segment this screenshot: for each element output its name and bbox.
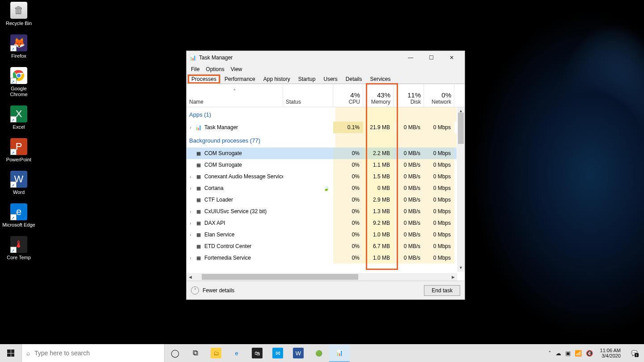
process-row[interactable]: › ▦ Cortana 🍃 0% 0 MB 0 MB/s 0 Mbps <box>186 182 457 194</box>
expand-icon[interactable]: › <box>186 125 195 130</box>
cell-disk: 0 MB/s <box>394 147 424 159</box>
expand-icon[interactable]: › <box>186 221 195 226</box>
cortana-button[interactable]: ◯ <box>165 344 185 362</box>
taskbar-app-chrome[interactable]: 🟢 <box>309 344 329 362</box>
tray-battery-icon[interactable]: ▣ <box>565 350 571 357</box>
cell-memory: 2.2 MB <box>363 147 394 159</box>
cell-network: 0 Mbps <box>424 159 454 171</box>
column-name[interactable]: ˄ Name <box>186 84 283 107</box>
column-network[interactable]: 0% Network <box>424 84 454 107</box>
desktop-icon-core-temp[interactable]: 🌡↗ Core Temp <box>2 236 36 261</box>
expand-icon[interactable]: › <box>186 174 195 179</box>
scroll-thumb[interactable] <box>458 113 464 144</box>
horizontal-scrollbar[interactable]: ◀ ▶ <box>186 273 457 281</box>
scroll-right-icon[interactable]: ▶ <box>449 275 457 279</box>
tab-services[interactable]: Services <box>366 74 395 84</box>
tab-app-history[interactable]: App history <box>259 74 294 84</box>
expand-icon[interactable]: › <box>186 186 195 191</box>
desktop-icon-recycle-bin[interactable]: 🗑 Recycle Bin <box>2 2 36 26</box>
tab-details[interactable]: Details <box>342 74 366 84</box>
taskbar-app-edge[interactable]: e <box>226 344 247 362</box>
cell-network: 0 Mbps <box>424 229 454 240</box>
minimize-button[interactable]: ― <box>400 51 421 64</box>
column-cpu[interactable]: 4% CPU <box>333 84 363 107</box>
process-row[interactable]: ▦ ETD Control Center 0% 6.7 MB 0 MB/s 0 … <box>186 240 457 252</box>
menu-view[interactable]: View <box>228 65 245 73</box>
scroll-down-icon[interactable]: ▼ <box>457 264 465 272</box>
process-row[interactable]: ▦ COM Surrogate 0% 1.1 MB 0 MB/s 0 Mbps <box>186 159 457 171</box>
start-button[interactable] <box>0 344 21 362</box>
task-manager-window: 📊 Task Manager ― ☐ ✕ File Options View P… <box>186 51 465 300</box>
process-icon: ▦ <box>195 243 203 250</box>
expand-icon[interactable]: › <box>186 256 195 261</box>
search-input[interactable] <box>34 349 164 357</box>
process-row[interactable]: › ▦ Fortemedia Service 0% 1.0 MB 0 MB/s … <box>186 252 457 264</box>
edge-icon: e↗ <box>10 203 27 220</box>
process-row[interactable]: › ▦ DAX API 0% 9.2 MB 0 MB/s 0 Mbps <box>186 217 457 229</box>
column-disk[interactable]: 11% Disk <box>394 84 424 107</box>
scroll-thumb-h[interactable] <box>202 274 358 280</box>
cell-network: 0 Mbps <box>424 147 454 159</box>
process-name: Task Manager <box>204 124 283 130</box>
chrome-icon: ↗ <box>10 67 27 84</box>
cell-memory: 9.2 MB <box>363 217 394 229</box>
desktop-icon-edge[interactable]: e↗ Microsoft Edge <box>2 203 36 228</box>
end-task-button[interactable]: End task <box>424 285 460 296</box>
fewer-details-button[interactable]: ˄ Fewer details <box>191 286 234 295</box>
taskbar-search[interactable]: ⌕ <box>21 344 165 362</box>
taskbar-app-store[interactable]: 🛍 <box>247 344 267 362</box>
system-tray[interactable]: ˄ ☁ ▣ 📶 🔇 <box>545 350 597 357</box>
tray-onedrive-icon[interactable]: ☁ <box>555 350 561 357</box>
cell-cpu: 0% <box>333 194 363 206</box>
tab-strip: Processes Performance App history Startu… <box>186 74 465 84</box>
cell-disk: 0 MB/s <box>394 229 424 240</box>
process-row[interactable]: › ▦ Elan Service 0% 1.0 MB 0 MB/s 0 Mbps <box>186 229 457 240</box>
tab-startup[interactable]: Startup <box>294 74 320 84</box>
desktop-icon-firefox[interactable]: 🦊↗ Firefox <box>2 34 36 59</box>
taskbar-app-word[interactable]: W <box>288 344 309 362</box>
close-button[interactable]: ✕ <box>441 51 462 64</box>
taskbar-app-explorer[interactable]: 🗂 <box>206 344 226 362</box>
scroll-left-icon[interactable]: ◀ <box>186 275 194 279</box>
cell-disk: 0 MB/s <box>394 159 424 171</box>
task-view-button[interactable]: ⧉ <box>185 344 206 362</box>
windows-logo-icon <box>7 349 14 357</box>
taskbar-app-mail[interactable]: ✉ <box>267 344 288 362</box>
tray-wifi-icon[interactable]: 📶 <box>575 350 582 357</box>
column-status[interactable]: Status <box>283 84 333 107</box>
process-name: Fortemedia Service <box>204 255 283 261</box>
cell-memory: 1.0 MB <box>363 229 394 240</box>
titlebar[interactable]: 📊 Task Manager ― ☐ ✕ <box>186 51 465 64</box>
taskbar-clock[interactable]: 11:06 AM 3/4/2020 <box>597 348 624 358</box>
process-row[interactable]: › ▦ CxUIUSvc Service (32 bit) 0% 1.3 MB … <box>186 206 457 217</box>
sort-ascending-icon: ˄ <box>189 88 280 93</box>
menu-options[interactable]: Options <box>203 65 227 73</box>
notification-icon: 💬 1 <box>631 350 638 356</box>
maximize-button[interactable]: ☐ <box>421 51 441 64</box>
tray-volume-icon[interactable]: 🔇 <box>586 350 593 357</box>
process-row[interactable]: › 📊 Task Manager 0.1% 21.9 MB 0 MB/s 0 M… <box>186 122 457 133</box>
column-memory[interactable]: 43% Memory <box>363 84 394 107</box>
tray-chevron-icon[interactable]: ˄ <box>548 350 551 357</box>
expand-icon[interactable]: › <box>186 232 195 237</box>
desktop-icon-excel[interactable]: X↗ Excel <box>2 105 36 130</box>
group-apps[interactable]: Apps (1) <box>186 107 457 122</box>
vertical-scrollbar[interactable]: ▲ ▼ <box>457 107 465 272</box>
tab-performance[interactable]: Performance <box>220 74 259 84</box>
process-name: Cortana <box>204 185 283 191</box>
cell-disk: 0 MB/s <box>394 252 424 264</box>
expand-icon[interactable]: › <box>186 209 195 214</box>
group-background[interactable]: Background processes (77) <box>186 133 457 147</box>
taskbar-app-taskmgr[interactable]: 📊 <box>329 344 350 362</box>
process-row[interactable]: ▦ COM Surrogate 0% 2.2 MB 0 MB/s 0 Mbps <box>186 147 457 159</box>
tab-processes[interactable]: Processes <box>187 74 220 84</box>
desktop-icon-chrome[interactable]: ↗ Google Chrome <box>2 67 36 97</box>
coretemp-icon: 🌡↗ <box>10 236 27 253</box>
desktop-icon-powerpoint[interactable]: P↗ PowerPoint <box>2 138 36 163</box>
process-row[interactable]: ▦ CTF Loader 0% 2.9 MB 0 MB/s 0 Mbps <box>186 194 457 206</box>
action-center-button[interactable]: 💬 1 <box>624 344 644 362</box>
tab-users[interactable]: Users <box>319 74 341 84</box>
menu-file[interactable]: File <box>188 65 202 73</box>
desktop-icon-word[interactable]: W↗ Word <box>2 171 36 195</box>
process-row[interactable]: › ▦ Conexant Audio Message Service 0% 1.… <box>186 171 457 182</box>
